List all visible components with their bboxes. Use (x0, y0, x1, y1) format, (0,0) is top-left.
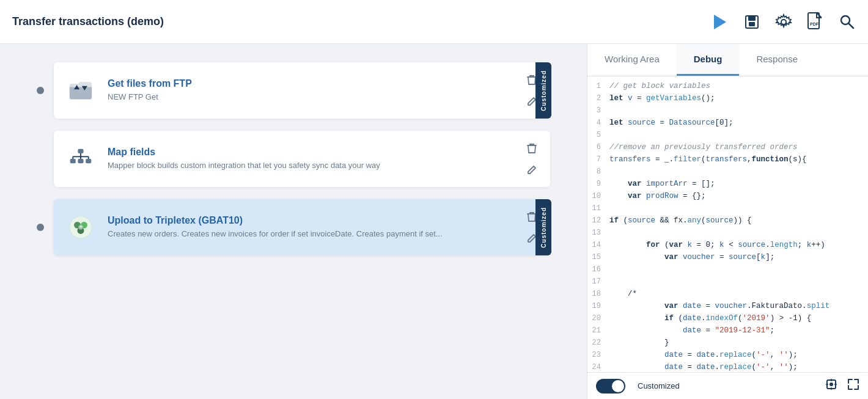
app-header: Transfer transactions (demo) (0, 0, 868, 44)
main-layout: Get files from FTP NEW FTP Get Customize… (0, 44, 868, 399)
expand-icon[interactable] (847, 378, 859, 394)
line-code: var prodRow = {}; (609, 192, 868, 200)
debug-settings-icon[interactable] (825, 378, 837, 394)
tab-working-area[interactable]: Working Area (587, 44, 677, 76)
line-number: 11 (587, 204, 609, 213)
settings-button[interactable] (775, 13, 792, 31)
line-number: 18 (587, 290, 609, 298)
ftp-icon (66, 76, 95, 105)
line-number: 17 (587, 277, 609, 286)
line-code: //remove an previously transferred order… (609, 143, 868, 152)
line-number: 1 (587, 82, 609, 90)
svg-point-24 (78, 225, 83, 229)
line-number: 12 (587, 216, 609, 225)
code-line-8: 8 (587, 167, 868, 179)
line-code: var date = voucher.FakturaDato.split (609, 302, 868, 310)
line-number: 23 (587, 351, 609, 359)
code-line-10: 10 var prodRow = {}; (587, 191, 868, 203)
code-line-9: 9 var importArr = []; (587, 179, 868, 191)
map-icon (66, 144, 95, 174)
svg-rect-5 (808, 13, 819, 29)
right-tabs: Working Area Debug Response (587, 44, 868, 76)
code-line-6: 6//remove an previously transferred orde… (587, 142, 868, 155)
line-code: date = date.replace('-', ''); (609, 363, 868, 372)
upload-customized-label: Customized (540, 207, 547, 248)
svg-point-4 (781, 20, 786, 24)
code-line-11: 11 (587, 203, 868, 216)
upload-block[interactable]: Upload to Tripletex (GBAT10) Creates new… (54, 199, 550, 255)
save-button[interactable] (743, 13, 760, 31)
right-panel: Working Area Debug Response 1// get bloc… (587, 44, 868, 399)
code-line-12: 12if (source && fx.any(source)) { (587, 216, 868, 228)
line-number: 13 (587, 229, 609, 237)
customized-toggle-label: Customized (638, 381, 680, 390)
flow-dot-ftp (37, 87, 44, 94)
ftp-block-desc: NEW FTP Get (108, 92, 513, 103)
code-panel: 1// get block variables2let v = getVaria… (587, 76, 868, 372)
line-code: let source = Datasource[0]; (609, 119, 868, 127)
code-line-5: 5 (587, 130, 868, 142)
code-line-2: 2let v = getVariables(); (587, 93, 868, 106)
ftp-block-info: Get files from FTP NEW FTP Get (108, 78, 513, 103)
pdf-button[interactable]: PDF (807, 12, 824, 32)
code-line-24: 24 date = date.replace('-', ''); (587, 362, 868, 372)
svg-rect-2 (748, 16, 756, 21)
line-number: 2 (587, 94, 609, 103)
upload-block-wrapper: Upload to Tripletex (GBAT10) Creates new… (37, 199, 550, 255)
line-code: if (date.indexOf('2019') > -1) { (609, 314, 868, 323)
map-block-desc: Mapper block builds custom integration t… (108, 160, 513, 171)
map-block[interactable]: Map fields Mapper block builds custom in… (54, 131, 550, 187)
code-line-23: 23 date = date.replace('-', ''); (587, 350, 868, 362)
line-code: for (var k = 0; k < source.length; k++) (609, 241, 868, 249)
tab-response[interactable]: Response (739, 44, 815, 76)
line-code: /* (609, 290, 868, 298)
line-number: 14 (587, 241, 609, 249)
line-number: 21 (587, 326, 609, 335)
line-number: 24 (587, 363, 609, 372)
upload-block-desc: Creates new orders. Creates new invoices… (108, 229, 513, 240)
line-number: 19 (587, 302, 609, 310)
svg-rect-11 (78, 149, 83, 153)
code-line-20: 20 if (date.indexOf('2019') > -1) { (587, 313, 868, 326)
svg-rect-3 (749, 22, 755, 26)
code-line-7: 7transfers = _.filter(transfers,function… (587, 155, 868, 167)
workflow-panel: Get files from FTP NEW FTP Get Customize… (0, 44, 587, 399)
line-number: 20 (587, 314, 609, 323)
svg-rect-19 (86, 159, 91, 163)
code-line-17: 17 (587, 277, 868, 289)
line-number: 10 (587, 192, 609, 200)
upload-customized-badge: Customized (535, 199, 551, 255)
line-code: if (source && fx.any(source)) { (609, 216, 868, 225)
line-number: 5 (587, 131, 609, 139)
map-block-actions (526, 142, 538, 176)
map-edit-button[interactable] (526, 164, 538, 176)
search-button[interactable] (839, 13, 856, 31)
upload-block-info: Upload to Tripletex (GBAT10) Creates new… (108, 215, 513, 240)
svg-line-8 (849, 23, 854, 28)
play-button[interactable] (709, 12, 729, 32)
svg-rect-17 (70, 159, 76, 163)
line-number: 16 (587, 265, 609, 274)
code-line-16: 16 (587, 265, 868, 277)
line-number: 22 (587, 339, 609, 347)
ftp-block-wrapper: Get files from FTP NEW FTP Get Customize… (37, 62, 550, 119)
ftp-block[interactable]: Get files from FTP NEW FTP Get Customize… (54, 62, 550, 119)
code-line-1: 1// get block variables (587, 81, 868, 93)
svg-rect-18 (78, 159, 83, 163)
map-delete-button[interactable] (526, 142, 538, 155)
toggle-knob (612, 380, 624, 392)
line-code: var importArr = []; (609, 180, 868, 188)
code-line-15: 15 var voucher = source[k]; (587, 252, 868, 265)
line-number: 7 (587, 155, 609, 164)
line-code: date = date.replace('-', ''); (609, 351, 868, 359)
tab-debug[interactable]: Debug (677, 44, 740, 76)
customized-toggle[interactable] (596, 379, 625, 394)
line-number: 4 (587, 119, 609, 127)
header-toolbar: PDF (709, 12, 856, 32)
line-code: let v = getVariables(); (609, 94, 868, 103)
map-block-info: Map fields Mapper block builds custom in… (108, 147, 513, 171)
line-code: var voucher = source[k]; (609, 253, 868, 262)
code-line-19: 19 var date = voucher.FakturaDato.split (587, 301, 868, 313)
line-number: 15 (587, 253, 609, 262)
code-line-14: 14 for (var k = 0; k < source.length; k+… (587, 240, 868, 252)
